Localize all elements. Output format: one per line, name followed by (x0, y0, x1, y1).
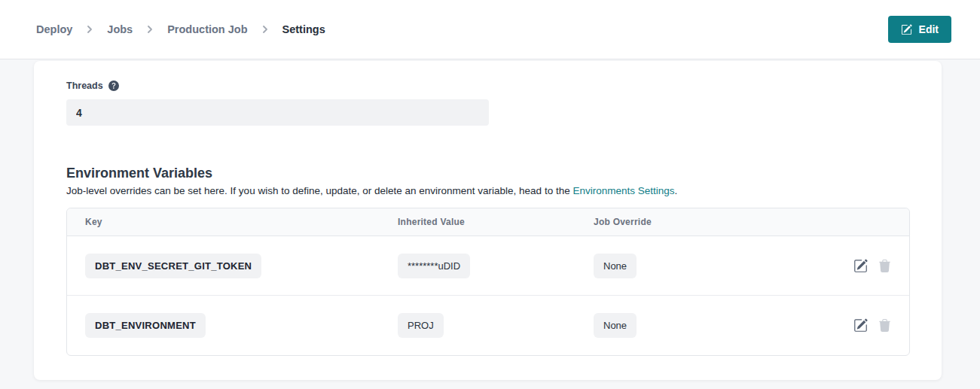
table-row: DBT_ENV_SECRET_GIT_TOKEN ********uDID No… (67, 236, 909, 296)
threads-label: Threads (66, 81, 103, 91)
pencil-square-icon[interactable] (853, 318, 868, 333)
threads-input[interactable] (66, 99, 489, 126)
description-period: . (675, 185, 678, 196)
env-var-key-badge: DBT_ENV_SECRET_GIT_TOKEN (85, 254, 261, 278)
chevron-right-icon (146, 26, 154, 33)
env-var-inherited-value-badge: PROJ (398, 313, 444, 338)
breadcrumb-item-production-job[interactable]: Production Job (167, 23, 247, 35)
question-circle-icon[interactable] (108, 81, 119, 91)
environment-variables-table: Key Inherited Value Job Override DBT_ENV… (66, 208, 910, 356)
trash-icon[interactable] (878, 260, 891, 272)
table-header-row: Key Inherited Value Job Override (67, 208, 909, 236)
env-var-job-override-badge: None (594, 313, 637, 338)
pencil-square-icon[interactable] (853, 259, 868, 273)
row-actions (846, 259, 891, 273)
env-var-key-badge: DBT_ENVIRONMENT (85, 313, 206, 338)
column-header-inherited-value: Inherited Value (398, 217, 594, 227)
breadcrumb-item-settings: Settings (282, 23, 325, 35)
chevron-right-icon (261, 26, 269, 33)
row-actions (846, 318, 891, 333)
column-header-job-override: Job Override (594, 217, 846, 227)
breadcrumb-item-deploy[interactable]: Deploy (36, 23, 72, 35)
edit-button-label: Edit (919, 23, 939, 35)
description-text: Job-level overrides can be set here. If … (66, 185, 572, 196)
pencil-square-icon (901, 24, 912, 35)
environment-variables-description: Job-level overrides can be set here. If … (66, 185, 910, 196)
table-row: DBT_ENVIRONMENT PROJ None (67, 296, 909, 355)
environments-settings-link[interactable]: Environments Settings (572, 185, 674, 196)
env-var-job-override-badge: None (594, 254, 637, 278)
column-header-key: Key (85, 217, 398, 227)
chevron-right-icon (86, 26, 93, 33)
environment-variables-title: Environment Variables (66, 166, 910, 181)
breadcrumb: Deploy Jobs Production Job Settings (36, 23, 325, 35)
env-var-inherited-value-badge: ********uDID (398, 254, 470, 278)
breadcrumb-item-jobs[interactable]: Jobs (107, 23, 133, 35)
top-bar: Deploy Jobs Production Job Settings Edit (0, 0, 980, 59)
trash-icon[interactable] (878, 319, 891, 332)
settings-card: Threads Environment Variables Job-level … (34, 61, 942, 380)
edit-button[interactable]: Edit (888, 16, 951, 43)
